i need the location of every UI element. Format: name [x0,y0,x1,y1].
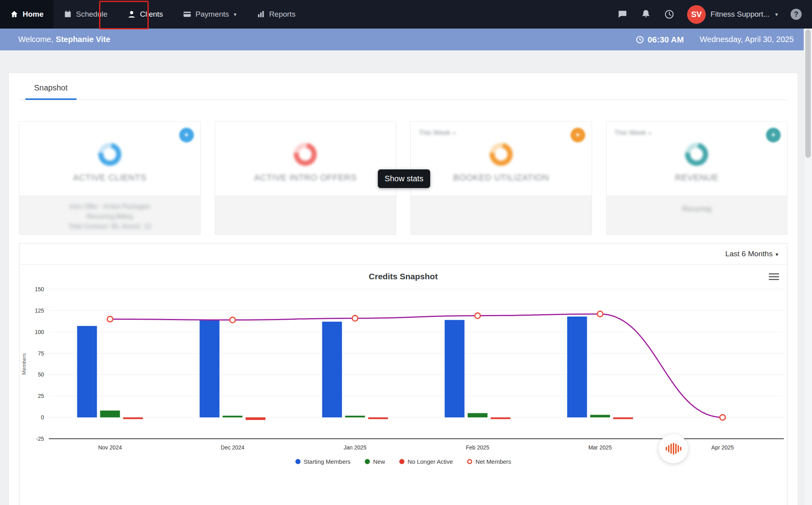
range-dropdown[interactable]: This Week ▾ [615,129,651,137]
svg-text:125: 125 [35,307,44,314]
calendar-icon [63,10,72,19]
barcode-spinner-icon [665,443,682,455]
chevron-down-icon: ▾ [234,11,237,17]
stat-card-active-intro-offers: ACTIVE INTRO OFFERS [215,121,396,234]
chevron-down-icon: ▾ [776,251,778,257]
account-menu[interactable]: SV Fitness Support... ▾ [687,5,778,24]
legend-ring-icon [467,459,472,464]
clock-icon [636,35,644,44]
chart-range-dropdown[interactable]: Last 6 Months ▾ [725,250,778,258]
stat-card-active-clients: ✦ ACTIVE CLIENTS Intro Offer - Active Pa… [19,121,201,234]
credits-snapshot-card: Last 6 Months ▾ Credits Snapshot Members… [19,243,787,505]
nav-item-clients[interactable]: Clients [117,0,173,29]
svg-text:150: 150 [35,286,44,292]
show-stats-button[interactable]: Show stats [378,169,430,188]
welcome-user-name: Stephanie Vite [56,35,110,44]
stat-detail-line: Recurring [607,204,787,214]
chat-icon[interactable] [617,9,628,20]
intro-offers-donut [289,138,322,171]
nav-item-schedule[interactable]: Schedule [54,0,117,29]
chevron-down-icon: ▾ [775,11,778,17]
bell-icon[interactable] [640,9,651,20]
range-dropdown[interactable]: This Week ▾ [419,129,455,137]
nav-item-label: Payments [195,10,229,19]
chevron-down-icon: ▾ [649,131,651,136]
account-name: Fitness Support... [710,10,770,19]
history-clock-icon[interactable] [664,9,674,20]
reports-icon [257,10,265,19]
legend-dot-icon [365,459,370,464]
nav-right-tools: SV Fitness Support... ▾ ? [617,0,812,29]
card-settings-icon[interactable]: ✦ [571,128,585,142]
person-icon [127,10,136,19]
stat-card-title: REVENUE [607,173,787,183]
credits-chart: Members1501251007550250-25Nov 2024Dec 20… [19,284,787,454]
chart-title: Credits Snapshot [19,272,787,281]
revenue-donut [681,138,713,171]
stat-detail-line: Total Contract: 96, Atomic: 12 [19,221,200,231]
svg-text:100: 100 [35,329,44,335]
stat-detail-line: Recurring Billing [19,211,200,221]
nav-item-label: Reports [269,10,296,19]
stat-card-revenue: This Week ▾ ✦ REVENUE Recurring [606,121,788,234]
chevron-down-icon: ▾ [453,131,456,136]
svg-text:50: 50 [38,371,44,378]
nav-item-payments[interactable]: Payments ▾ [173,0,247,29]
svg-text:Apr 2025: Apr 2025 [711,444,734,451]
svg-text:0: 0 [41,414,44,421]
payments-icon [183,10,192,19]
booked-utilization-donut [485,138,517,171]
welcome-greeting: Welcome, [18,35,54,44]
top-nav: Home Schedule Clients Payments ▾ Reports… [0,0,812,29]
svg-text:Nov 2024: Nov 2024 [98,444,122,451]
home-icon [10,10,19,19]
legend-label: Net Members [475,458,511,465]
svg-text:Mar 2025: Mar 2025 [588,444,612,451]
welcome-bar: Welcome, Stephanie Vite 06:30 AM Wednesd… [0,29,812,50]
chart-menu-icon[interactable] [769,272,779,282]
stat-detail-line: Intro Offer - Active Packages [19,202,200,211]
svg-text:Members: Members [21,353,27,375]
page-scrollbar[interactable] [804,29,812,505]
tab-snapshot[interactable]: Snapshot [25,83,77,100]
stat-card-booked-utilization: This Week ▾ ✦ BOOKED UTILIZATION [410,121,592,234]
nav-item-label: Clients [140,10,163,19]
scrollbar-thumb[interactable] [805,29,811,158]
legend-label: New [373,458,385,465]
card-settings-icon[interactable]: ✦ [179,128,194,142]
avatar[interactable]: SV [687,5,706,24]
welcome-bar-right: 06:30 AM Wednesday, April 30, 2025 [636,35,794,44]
svg-text:25: 25 [38,393,44,399]
svg-text:75: 75 [38,350,44,357]
nav-item-home[interactable]: Home [0,0,54,29]
stat-card-title: ACTIVE CLIENTS [19,173,200,183]
active-clients-donut [94,138,126,171]
svg-text:-25: -25 [36,436,44,442]
nav-item-reports[interactable]: Reports [247,0,306,29]
legend-item[interactable]: New [365,458,385,465]
card-settings-icon[interactable]: ✦ [766,128,781,142]
legend-item[interactable]: No Longer Active [399,458,453,465]
legend-item[interactable]: Net Members [467,458,511,465]
svg-text:Jan 2025: Jan 2025 [344,444,367,451]
stat-card-title: BOOKED UTILIZATION [411,173,592,183]
loading-spinner [659,434,688,463]
nav-item-label: Schedule [76,10,107,19]
help-icon[interactable]: ? [791,9,802,20]
legend-dot-icon [399,459,404,464]
legend-dot-icon [295,459,301,464]
legend-item[interactable]: Starting Members [295,458,350,465]
current-time: 06:30 AM [636,35,684,44]
tabs-row: Snapshot [19,73,787,100]
nav-item-label: Home [23,10,44,19]
svg-text:Dec 2024: Dec 2024 [221,444,245,451]
svg-text:Feb 2025: Feb 2025 [466,444,489,451]
legend-label: No Longer Active [408,458,453,465]
current-date: Wednesday, April 30, 2025 [700,35,794,44]
stat-card-title: ACTIVE INTRO OFFERS [215,173,396,183]
legend-label: Starting Members [304,458,350,465]
